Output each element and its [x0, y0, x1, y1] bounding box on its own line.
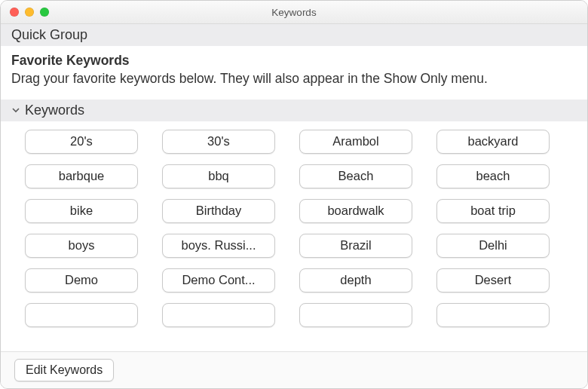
minimize-icon[interactable]: [25, 8, 34, 17]
keyword-chip[interactable]: 30's: [162, 130, 275, 154]
chevron-down-icon: [11, 106, 20, 115]
favorites-section: Favorite Keywords Drag your favorite key…: [1, 47, 587, 100]
keyword-chip-label: bbq: [208, 169, 229, 183]
keyword-chip[interactable]: boys: [25, 234, 138, 258]
keyword-chip[interactable]: Arambol: [299, 130, 412, 154]
favorites-heading: Favorite Keywords: [11, 53, 577, 69]
keyword-chip[interactable]: 20's: [25, 130, 138, 154]
keyword-chip[interactable]: Brazil: [299, 234, 412, 258]
keyword-chip[interactable]: bike: [25, 199, 138, 223]
keyword-chip-label: Arambol: [332, 134, 378, 149]
keyword-chip[interactable]: Beach: [299, 164, 412, 188]
keyword-chip-label: boys: [69, 238, 95, 253]
keywords-grid-scroll[interactable]: 20's30'sArambolbackyardbarbquebbqBeachbe…: [1, 122, 587, 351]
keyword-chip[interactable]: boardwalk: [299, 199, 412, 223]
edit-keywords-button[interactable]: Edit Keywords: [14, 359, 114, 381]
keyword-chip[interactable]: Birthday: [162, 199, 275, 223]
keyword-chip-label: Desert: [475, 273, 512, 287]
keyword-chip-label: Demo: [65, 273, 98, 287]
keyword-chip-label: 30's: [207, 134, 230, 149]
keyword-chip-label: Beach: [338, 169, 374, 183]
keyword-chip-label: Birthday: [196, 204, 242, 218]
keyword-chip-label: Demo Cont...: [182, 273, 255, 287]
keyword-chip-label: barbque: [59, 169, 105, 183]
keywords-window: Keywords Quick Group Favorite Keywords D…: [0, 0, 588, 389]
keyword-chip[interactable]: [25, 303, 138, 327]
keyword-chip[interactable]: Delhi: [436, 234, 550, 258]
keyword-chip[interactable]: boys. Russi...: [162, 234, 275, 258]
favorites-description: Drag your favorite keywords below. They …: [11, 70, 577, 87]
keyword-chip[interactable]: boat trip: [436, 199, 550, 223]
keyword-chip-label: backyard: [468, 134, 519, 149]
keyword-chip[interactable]: bbq: [162, 164, 275, 188]
keyword-chip-label: Brazil: [340, 238, 371, 253]
keywords-grid: 20's30'sArambolbackyardbarbquebbqBeachbe…: [25, 130, 572, 327]
keyword-chip[interactable]: [436, 303, 550, 327]
keyword-chip[interactable]: [299, 303, 412, 327]
titlebar[interactable]: Keywords: [1, 1, 587, 24]
keyword-chip-label: 20's: [70, 134, 93, 149]
keyword-chip[interactable]: Desert: [436, 268, 550, 293]
keyword-chip[interactable]: backyard: [436, 130, 550, 154]
keyword-chip[interactable]: [162, 303, 275, 327]
close-icon[interactable]: [10, 8, 19, 17]
quick-group-header[interactable]: Quick Group: [1, 24, 587, 47]
keyword-chip-label: bike: [70, 204, 93, 218]
keyword-chip-label: depth: [340, 273, 371, 287]
keyword-chip[interactable]: depth: [299, 268, 412, 293]
keyword-chip-label: boardwalk: [327, 204, 384, 218]
traffic-lights: [1, 8, 49, 17]
window-title: Keywords: [1, 7, 587, 18]
keyword-chip[interactable]: Demo Cont...: [162, 268, 275, 293]
keyword-chip[interactable]: Demo: [25, 268, 138, 293]
keyword-chip[interactable]: barbque: [25, 164, 138, 188]
keyword-chip-label: boat trip: [470, 204, 516, 218]
keyword-chip-label: Delhi: [479, 238, 507, 253]
keywords-header[interactable]: Keywords: [1, 100, 587, 122]
keyword-chip-label: beach: [476, 169, 510, 183]
keyword-chip[interactable]: beach: [436, 164, 550, 188]
footer-bar: Edit Keywords: [1, 351, 587, 388]
keywords-header-label: Keywords: [25, 103, 84, 118]
keyword-chip-label: boys. Russi...: [181, 238, 256, 253]
zoom-icon[interactable]: [40, 8, 49, 17]
